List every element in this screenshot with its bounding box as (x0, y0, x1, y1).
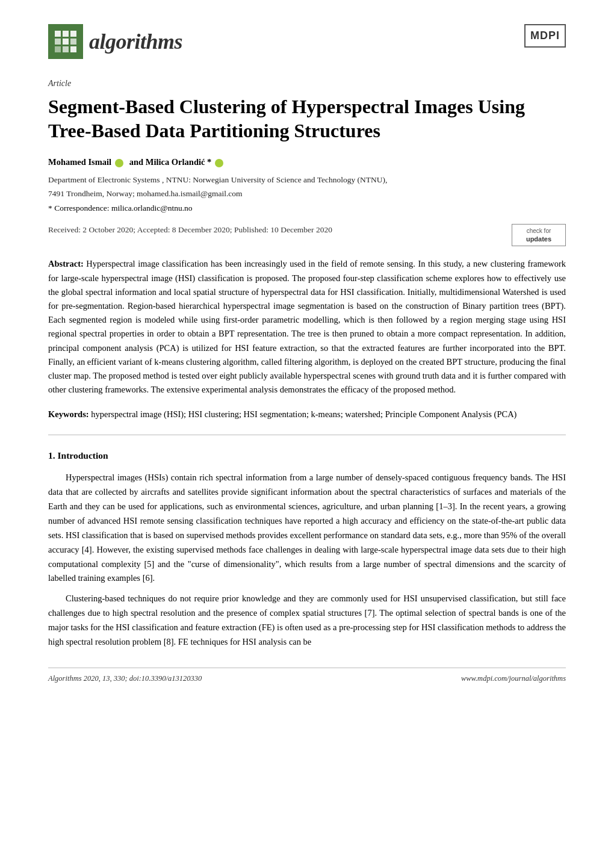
svg-rect-6 (55, 46, 61, 52)
keywords-section: Keywords: hyperspectral image (HSI); HSI… (48, 408, 566, 421)
svg-rect-1 (63, 31, 69, 37)
svg-rect-4 (63, 39, 69, 45)
correspondence-line: * Correspondence: milica.orlandic@ntnu.n… (48, 202, 566, 214)
affiliation-line1: Department of Electronic Systems , NTNU:… (48, 174, 566, 186)
orcid-icon-2 (215, 159, 223, 167)
journal-logo-area: algorithms (48, 24, 182, 59)
footer-right: www.mdpi.com/journal/algorithms (461, 673, 566, 684)
svg-rect-5 (70, 39, 76, 45)
keywords-label: Keywords: (48, 409, 89, 419)
affiliation-line2: 7491 Trondheim, Norway; mohamed.ha.ismai… (48, 188, 566, 200)
svg-rect-2 (70, 31, 76, 37)
orcid-icon-1 (115, 159, 123, 167)
check-updates-badge: check for updates (512, 224, 566, 246)
keywords-text: hyperspectral image (HSI); HSI clusterin… (89, 409, 517, 419)
svg-rect-0 (55, 31, 61, 37)
journal-icon (48, 24, 83, 59)
svg-rect-7 (63, 46, 69, 52)
page-header: algorithms MDPI (48, 24, 566, 59)
svg-rect-3 (55, 39, 61, 45)
section1-para2: Clustering-based techniques do not requi… (48, 592, 566, 649)
check-updates-bottom: updates (518, 235, 559, 243)
svg-rect-8 (70, 46, 76, 52)
authors-line: Mohamed Ismail and Milica Orlandić * (48, 156, 566, 169)
abstract-label: Abstract: (48, 259, 84, 268)
abstract-section: Abstract: Hyperspectral image classifica… (48, 257, 566, 397)
section-divider (48, 435, 566, 435)
mdpi-logo: MDPI (524, 24, 566, 48)
section1-para1: Hyperspectral images (HSIs) contain rich… (48, 471, 566, 586)
authors-text: Mohamed Ismail (48, 156, 111, 169)
received-text: Received: 2 October 2020; Accepted: 8 De… (48, 224, 332, 236)
authors-and: and Milica Orlandić * (127, 156, 211, 169)
page-footer: Algorithms 2020, 13, 330; doi:10.3390/a1… (48, 668, 566, 684)
journal-name: algorithms (89, 25, 182, 58)
section1-heading: 1. Introduction (48, 448, 566, 462)
article-title: Segment-Based Clustering of Hyperspectra… (48, 95, 566, 143)
abstract-text: Hyperspectral image classification has b… (48, 259, 566, 394)
article-type-label: Article (48, 77, 566, 90)
check-updates-top: check for (518, 227, 559, 235)
received-section: Received: 2 October 2020; Accepted: 8 De… (48, 224, 566, 246)
footer-left: Algorithms 2020, 13, 330; doi:10.3390/a1… (48, 673, 202, 684)
